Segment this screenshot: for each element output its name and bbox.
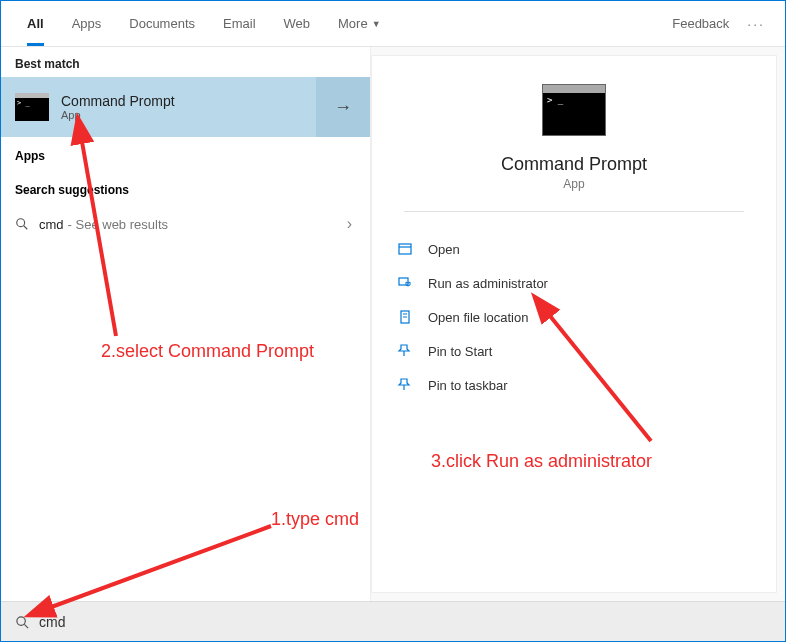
best-match-text: Command Prompt App — [61, 93, 175, 121]
preview-subtitle: App — [563, 177, 584, 191]
action-run-as-administrator[interactable]: Run as administrator — [396, 266, 752, 300]
divider — [404, 211, 743, 212]
search-icon — [15, 217, 29, 231]
tab-bar: All Apps Documents Email Web More▼ Feedb… — [1, 1, 785, 47]
overflow-menu-button[interactable]: ··· — [739, 16, 773, 32]
action-pin-to-start[interactable]: Pin to Start — [396, 334, 752, 368]
results-pane: Best match Command Prompt App → Apps Sea… — [1, 47, 371, 601]
svg-rect-4 — [399, 278, 408, 285]
tab-label: Email — [223, 16, 256, 31]
action-label: Open file location — [428, 310, 528, 325]
tab-apps[interactable]: Apps — [58, 1, 116, 46]
arrow-right-icon: → — [334, 97, 352, 118]
action-label: Open — [428, 242, 460, 257]
tab-email[interactable]: Email — [209, 1, 270, 46]
pin-icon — [396, 342, 414, 360]
suggestion-tail: - See web results — [68, 217, 168, 232]
section-header-suggestions: Search suggestions — [1, 169, 370, 203]
section-header-best-match: Best match — [1, 47, 370, 77]
content-area: Best match Command Prompt App → Apps Sea… — [1, 47, 785, 601]
command-prompt-icon — [542, 84, 606, 136]
best-match-subtitle: App — [61, 109, 175, 121]
feedback-label: Feedback — [672, 16, 729, 31]
search-suggestion-row[interactable]: cmd - See web results › — [1, 203, 370, 245]
tab-more[interactable]: More▼ — [324, 1, 395, 46]
svg-point-0 — [17, 219, 25, 227]
open-icon — [396, 240, 414, 258]
expand-preview-button[interactable]: → — [316, 77, 370, 137]
best-match-title: Command Prompt — [61, 93, 175, 109]
search-input[interactable] — [39, 614, 771, 630]
preview-title: Command Prompt — [501, 154, 647, 175]
action-open-file-location[interactable]: Open file location — [396, 300, 752, 334]
action-pin-to-taskbar[interactable]: Pin to taskbar — [396, 368, 752, 402]
tab-label: Apps — [72, 16, 102, 31]
search-bar[interactable] — [1, 601, 785, 641]
folder-icon — [396, 308, 414, 326]
tab-label: More — [338, 16, 368, 31]
action-list: Open Run as administrator Open file loca… — [372, 232, 776, 402]
pin-icon — [396, 376, 414, 394]
svg-line-9 — [24, 624, 28, 628]
tab-label: Web — [284, 16, 311, 31]
tab-label: All — [27, 16, 44, 31]
shield-icon — [396, 274, 414, 292]
suggestion-query: cmd — [39, 217, 64, 232]
action-label: Pin to taskbar — [428, 378, 508, 393]
best-match-result[interactable]: Command Prompt App → — [1, 77, 370, 137]
command-prompt-icon — [15, 93, 49, 121]
chevron-down-icon: ▼ — [372, 19, 381, 29]
svg-rect-2 — [399, 244, 411, 254]
section-header-apps: Apps — [1, 137, 370, 169]
tab-label: Documents — [129, 16, 195, 31]
action-label: Pin to Start — [428, 344, 492, 359]
chevron-right-icon: › — [347, 215, 352, 233]
svg-point-8 — [17, 616, 25, 624]
preview-header: Command Prompt App — [372, 56, 776, 191]
svg-line-1 — [24, 226, 28, 230]
tab-web[interactable]: Web — [270, 1, 325, 46]
tab-documents[interactable]: Documents — [115, 1, 209, 46]
feedback-link[interactable]: Feedback — [672, 16, 729, 31]
search-icon — [15, 615, 29, 629]
action-label: Run as administrator — [428, 276, 548, 291]
tab-all[interactable]: All — [13, 1, 58, 46]
action-open[interactable]: Open — [396, 232, 752, 266]
preview-pane: Command Prompt App Open Run as administr… — [371, 47, 785, 601]
